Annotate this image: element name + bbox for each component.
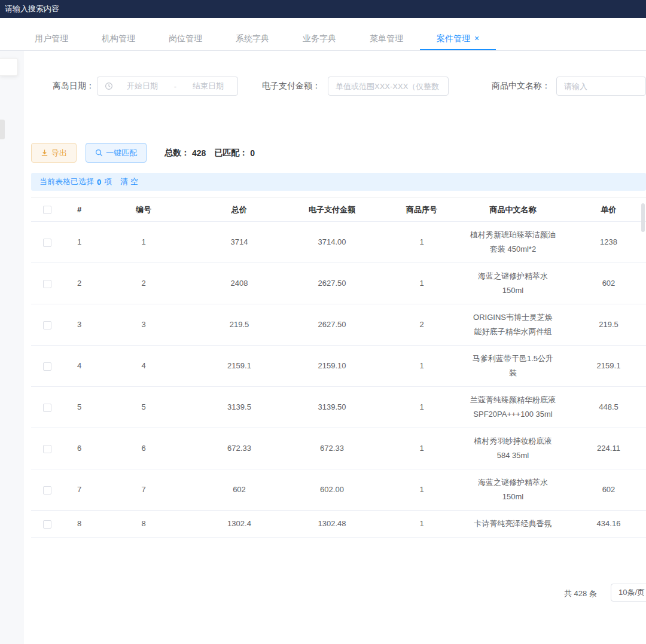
filter-row: 离岛日期： 开始日期 - 结束日期 电子支付金额： 商品中文名称： bbox=[0, 77, 646, 96]
row-checkbox[interactable] bbox=[43, 362, 51, 371]
cell-epay: 3139.50 bbox=[287, 387, 377, 428]
cell-serial: 1 bbox=[377, 511, 467, 538]
cell-index: 2 bbox=[63, 263, 96, 304]
table-toolbar: 导出 一键匹配 总数： 428 已匹配： 0 bbox=[31, 143, 263, 163]
cell-total: 2159.1 bbox=[191, 346, 287, 387]
table-scrollbar[interactable] bbox=[641, 203, 645, 232]
tab-菜单管理[interactable]: 菜单管理 bbox=[353, 27, 420, 50]
page-size-select[interactable]: 10条/页 bbox=[611, 584, 646, 602]
table-row: 66672.33672.331植村秀羽纱持妆粉底液 584 35ml224.11 bbox=[31, 428, 646, 469]
tab-机构管理[interactable]: 机构管理 bbox=[85, 27, 152, 50]
table-row: 553139.53139.501兰蔻菁纯臻颜精华粉底液SPF20PA+++100… bbox=[31, 387, 646, 428]
cell-epay: 1302.48 bbox=[287, 511, 377, 538]
row-checkbox[interactable] bbox=[43, 404, 51, 412]
row-checkbox[interactable] bbox=[43, 445, 51, 453]
row-checkbox[interactable] bbox=[43, 486, 51, 495]
cell-code: 2 bbox=[96, 263, 191, 304]
select-all-checkbox[interactable] bbox=[43, 206, 51, 214]
total-value: 428 bbox=[192, 148, 206, 158]
cell-name: ORIGINS韦博士灵芝焕能好底子精华水两件组 bbox=[467, 304, 559, 346]
total-label: 总数： bbox=[164, 148, 190, 158]
cell-serial: 1 bbox=[377, 263, 467, 304]
cell-unit: 602 bbox=[559, 263, 646, 304]
header-name: 商品中文名称 bbox=[467, 198, 559, 222]
payment-filter-label: 电子支付金额： bbox=[262, 81, 321, 91]
cell-unit: 1238 bbox=[559, 222, 646, 263]
cell-index: 7 bbox=[63, 469, 96, 511]
one-click-match-button[interactable]: 一键匹配 bbox=[86, 143, 147, 163]
cell-code: 4 bbox=[96, 346, 191, 387]
date-range-picker[interactable]: 开始日期 - 结束日期 bbox=[97, 77, 238, 96]
cell-unit: 224.11 bbox=[559, 428, 646, 469]
cell-index: 6 bbox=[63, 428, 96, 469]
header-epay: 电子支付金额 bbox=[287, 198, 377, 222]
cell-serial: 1 bbox=[377, 428, 467, 469]
cell-index: 3 bbox=[63, 304, 96, 346]
start-date-placeholder[interactable]: 开始日期 bbox=[113, 81, 172, 91]
cell-unit: 602 bbox=[559, 469, 646, 511]
tab-label: 岗位管理 bbox=[169, 33, 202, 43]
cell-index: 4 bbox=[63, 346, 96, 387]
table-row: 2224082627.501海蓝之谜修护精萃水 150ml602 bbox=[31, 263, 646, 304]
tab-close-icon[interactable]: × bbox=[474, 33, 479, 43]
match-button-label: 一键匹配 bbox=[106, 148, 137, 158]
payment-amount-input[interactable] bbox=[328, 77, 449, 96]
row-checkbox[interactable] bbox=[43, 520, 51, 529]
product-name-input[interactable] bbox=[556, 77, 646, 96]
cell-index: 5 bbox=[63, 387, 96, 428]
table-header-row: # 编号 总价 电子支付金额 商品序号 商品中文名称 单价 bbox=[31, 198, 646, 222]
cell-serial: 2 bbox=[377, 304, 467, 346]
row-checkbox[interactable] bbox=[43, 239, 51, 247]
cell-name: 马爹利蓝带干邑1.5公升装 bbox=[467, 346, 559, 387]
row-checkbox[interactable] bbox=[43, 280, 51, 288]
cell-code: 5 bbox=[96, 387, 191, 428]
tab-label: 系统字典 bbox=[236, 33, 269, 43]
cell-code: 8 bbox=[96, 511, 191, 538]
left-edge-scrollbar bbox=[0, 120, 5, 139]
tab-岗位管理[interactable]: 岗位管理 bbox=[152, 27, 219, 50]
selection-info-bar: 当前表格已选择 0 项 清空 bbox=[31, 173, 646, 191]
sidebar-collapse-handle[interactable] bbox=[0, 58, 18, 76]
tab-label: 机构管理 bbox=[102, 33, 135, 43]
clock-icon bbox=[105, 82, 113, 90]
tab-label: 用户管理 bbox=[35, 33, 68, 43]
cell-index: 1 bbox=[63, 222, 96, 263]
tab-bar: 用户管理机构管理岗位管理系统字典业务字典菜单管理案件管理× bbox=[0, 27, 646, 51]
product-name-filter-label: 商品中文名称： bbox=[492, 81, 550, 91]
table-row: 1137143714.001植村秀新琥珀臻萃洁颜油套装 450ml*21238 bbox=[31, 222, 646, 263]
cell-code: 1 bbox=[96, 222, 191, 263]
cell-total: 1302.4 bbox=[191, 511, 287, 538]
cell-name: 植村秀羽纱持妆粉底液 584 35ml bbox=[467, 428, 559, 469]
row-checkbox[interactable] bbox=[43, 321, 51, 329]
cell-epay: 602.00 bbox=[287, 469, 377, 511]
cell-unit: 2159.1 bbox=[559, 346, 646, 387]
tab-系统字典[interactable]: 系统字典 bbox=[219, 27, 286, 50]
tab-业务字典[interactable]: 业务字典 bbox=[286, 27, 353, 50]
cell-total: 3139.5 bbox=[191, 387, 287, 428]
header-total: 总价 bbox=[191, 198, 287, 222]
export-button[interactable]: 导出 bbox=[31, 143, 77, 163]
cell-total: 602 bbox=[191, 469, 287, 511]
table-row: 77602602.001海蓝之谜修护精萃水 150ml602 bbox=[31, 469, 646, 511]
cell-epay: 2627.50 bbox=[287, 304, 377, 346]
table-row: 33219.52627.502ORIGINS韦博士灵芝焕能好底子精华水两件组21… bbox=[31, 304, 646, 346]
clear-selection-link[interactable]: 清空 bbox=[120, 176, 141, 187]
cell-total: 3714 bbox=[191, 222, 287, 263]
cell-code: 3 bbox=[96, 304, 191, 346]
cell-name: 兰蔻菁纯臻颜精华粉底液SPF20PA+++100 35ml bbox=[467, 387, 559, 428]
pagination-total: 共 428 条 bbox=[564, 588, 597, 599]
header-index: # bbox=[63, 198, 96, 222]
cell-epay: 3714.00 bbox=[287, 222, 377, 263]
end-date-placeholder[interactable]: 结束日期 bbox=[179, 81, 237, 91]
cell-name: 海蓝之谜修护精萃水 150ml bbox=[467, 263, 559, 304]
selection-prefix: 当前表格已选择 bbox=[39, 176, 94, 187]
cell-name: 卡诗菁纯亮泽经典香氛 bbox=[467, 511, 559, 538]
global-search-input[interactable]: 请输入搜索内容 bbox=[5, 4, 59, 14]
tab-用户管理[interactable]: 用户管理 bbox=[18, 27, 85, 50]
tab-案件管理[interactable]: 案件管理× bbox=[420, 27, 496, 50]
cell-epay: 672.33 bbox=[287, 428, 377, 469]
cell-total: 2408 bbox=[191, 263, 287, 304]
selection-count: 0 bbox=[97, 178, 101, 187]
tab-label: 案件管理 bbox=[437, 33, 470, 43]
export-button-label: 导出 bbox=[51, 148, 67, 158]
